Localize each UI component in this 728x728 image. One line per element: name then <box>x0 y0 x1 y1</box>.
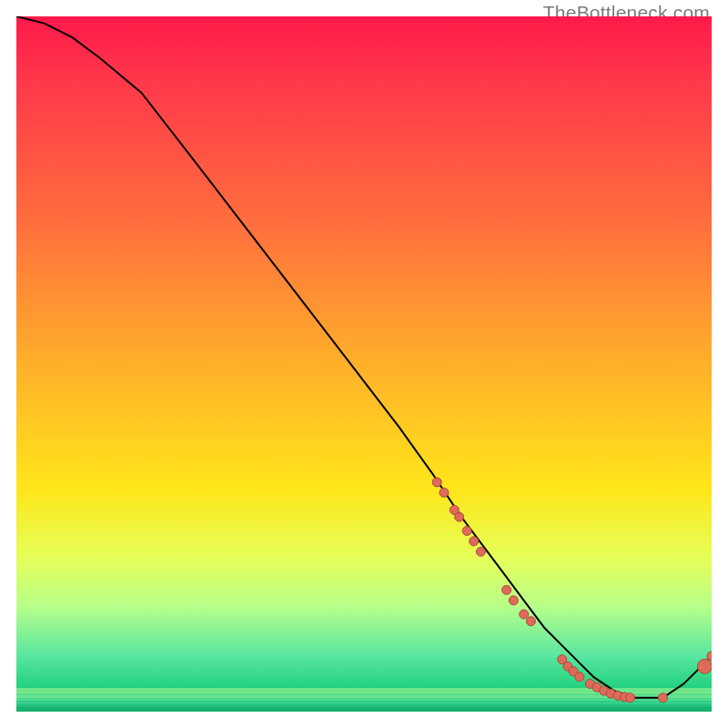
data-point <box>526 617 535 626</box>
chart-overlay <box>16 16 712 712</box>
data-point <box>462 526 471 535</box>
data-point <box>520 610 529 619</box>
plot-area <box>16 16 712 712</box>
data-point <box>659 693 668 703</box>
data-point <box>455 512 464 521</box>
data-point <box>432 478 441 487</box>
data-point <box>626 693 635 703</box>
data-point <box>470 537 479 546</box>
chart-container: TheBottleneck.com <box>0 0 728 728</box>
data-point <box>697 659 712 673</box>
data-point <box>575 672 584 682</box>
data-point <box>509 596 518 605</box>
data-point <box>502 585 511 594</box>
data-points <box>432 478 712 703</box>
data-point <box>476 547 485 556</box>
data-point <box>440 488 449 497</box>
bottleneck-curve <box>16 16 712 698</box>
